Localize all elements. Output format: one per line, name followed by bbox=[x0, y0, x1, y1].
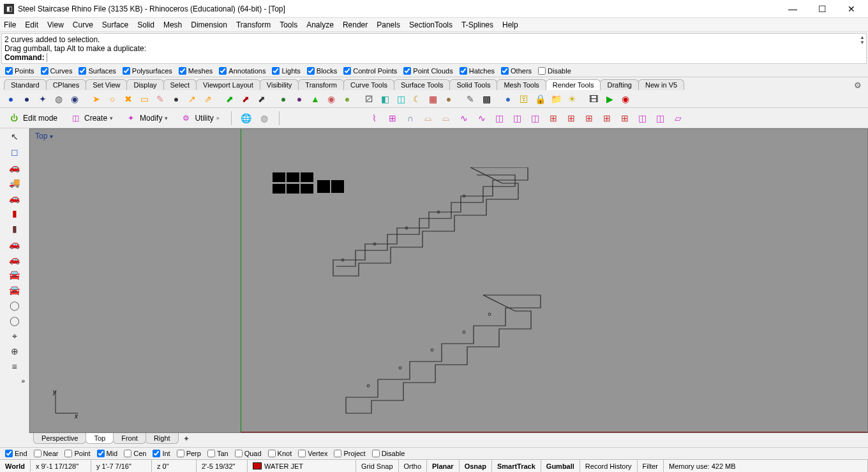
close-button[interactable]: ✕ bbox=[842, 4, 860, 14]
osnap-mid[interactable]: Mid bbox=[97, 450, 118, 457]
tab-standard[interactable]: Standard bbox=[4, 79, 47, 90]
menu-edit[interactable]: Edit bbox=[25, 20, 38, 29]
osnap-int[interactable]: Int bbox=[153, 450, 170, 457]
surface-icon-1[interactable]: ⌇ bbox=[368, 111, 382, 125]
tab-display[interactable]: Display bbox=[126, 79, 163, 90]
can-red-icon[interactable]: ▮ bbox=[8, 208, 21, 219]
widget2-icon[interactable]: ⊕ bbox=[8, 346, 21, 357]
folder-icon[interactable]: 📁 bbox=[549, 92, 563, 106]
grid-icon-4[interactable]: ⊞ bbox=[600, 111, 614, 125]
render-sphere-blue-icon[interactable]: ● bbox=[4, 92, 18, 106]
rock-icon[interactable]: ● bbox=[442, 92, 456, 106]
menu-mesh[interactable]: Mesh bbox=[163, 20, 182, 29]
menu-help[interactable]: Help bbox=[502, 20, 518, 29]
menu-file[interactable]: File bbox=[4, 20, 16, 29]
cursor-check-icon[interactable]: ⬈ bbox=[223, 92, 237, 106]
lasso-icon[interactable]: ◻ bbox=[8, 146, 21, 158]
cone-rainbow-icon[interactable]: ▲ bbox=[308, 92, 322, 106]
filter-blocks[interactable]: Blocks bbox=[307, 67, 337, 75]
tab-transform[interactable]: Transform bbox=[298, 79, 344, 90]
status-toggle-osnap[interactable]: Osnap bbox=[460, 460, 492, 472]
cursor-x-icon[interactable]: ⬈ bbox=[239, 92, 253, 106]
status-toggle-smarttrack[interactable]: SmartTrack bbox=[492, 460, 541, 472]
box-icon-4[interactable]: ◫ bbox=[636, 111, 650, 125]
car5-red-icon[interactable]: 🚘 bbox=[8, 284, 21, 296]
cursor-icon[interactable]: ↖ bbox=[8, 131, 21, 142]
osnap-knot[interactable]: Knot bbox=[268, 450, 292, 457]
lock-icon[interactable]: 🔒 bbox=[533, 92, 547, 106]
box-icon-5[interactable]: ◫ bbox=[654, 111, 668, 125]
tab-render-tools[interactable]: Render Tools bbox=[546, 79, 601, 90]
osnap-vertex[interactable]: Vertex bbox=[298, 450, 327, 457]
osnap-disable[interactable]: Disable bbox=[372, 450, 405, 457]
x-orange-icon[interactable]: ✖ bbox=[121, 92, 135, 106]
can-dark-icon[interactable]: ▮ bbox=[8, 223, 21, 234]
menu-tools[interactable]: Tools bbox=[280, 20, 297, 29]
ring-icon[interactable]: ◯ bbox=[8, 300, 21, 311]
grid-icon-5[interactable]: ⊞ bbox=[618, 111, 632, 125]
render-sphere-star-icon[interactable]: ✦ bbox=[36, 92, 50, 106]
osnap-end[interactable]: End bbox=[5, 450, 27, 457]
menu-curve[interactable]: Curve bbox=[73, 20, 93, 29]
car-red-icon[interactable]: 🚗 bbox=[8, 192, 21, 204]
filter-points[interactable]: Points bbox=[5, 67, 34, 75]
record-icon[interactable]: ◉ bbox=[618, 92, 632, 106]
bomb-icon[interactable]: ● bbox=[169, 92, 183, 106]
status-toggle-planar[interactable]: Planar bbox=[427, 460, 460, 472]
widget3-icon[interactable]: ≡ bbox=[8, 361, 21, 372]
arrow2-icon[interactable]: ↗ bbox=[185, 92, 199, 106]
tab-solid-tools[interactable]: Solid Tools bbox=[449, 79, 497, 90]
rect-orange-icon[interactable]: ▭ bbox=[137, 92, 151, 106]
surface-icon-7[interactable]: ∿ bbox=[475, 111, 489, 125]
status-world[interactable]: World bbox=[0, 460, 31, 472]
menu-surface[interactable]: Surface bbox=[102, 20, 128, 29]
menu-dimension[interactable]: Dimension bbox=[191, 20, 227, 29]
checker-icon[interactable]: ▩ bbox=[479, 92, 493, 106]
box-rainbow-icon[interactable]: ◧ bbox=[378, 92, 392, 106]
tab-mesh-tools[interactable]: Mesh Tools bbox=[497, 79, 546, 90]
add-view-button[interactable]: ✦ bbox=[178, 433, 195, 445]
menu-sectiontools[interactable]: SectionTools bbox=[409, 20, 453, 29]
tab-set-view[interactable]: Set View bbox=[86, 79, 127, 90]
plane-icon[interactable]: ▱ bbox=[671, 111, 685, 125]
truck-icon[interactable]: 🚚 bbox=[8, 177, 21, 188]
circle-orange-icon[interactable]: ○ bbox=[105, 92, 119, 106]
car3-red-icon[interactable]: 🚗 bbox=[8, 254, 21, 265]
tab-new-in-v5[interactable]: New in V5 bbox=[638, 79, 684, 90]
osnap-quad[interactable]: Quad bbox=[235, 450, 262, 457]
status-toggle-ortho[interactable]: Ortho bbox=[399, 460, 428, 472]
filter-surfaces[interactable]: Surfaces bbox=[79, 67, 116, 75]
status-layer[interactable]: WATER JET bbox=[248, 460, 356, 472]
edit-mode-button[interactable]: ⏻ Edit mode bbox=[4, 110, 61, 126]
filter-controlpoints[interactable]: Control Points bbox=[343, 67, 397, 75]
viewport-top[interactable]: Top ▾ y x bbox=[29, 128, 868, 433]
osnap-project[interactable]: Project bbox=[334, 450, 365, 457]
tab-viewport-layout[interactable]: Viewport Layout bbox=[196, 79, 260, 90]
sphere-rainbow-icon[interactable]: ● bbox=[340, 92, 354, 106]
view-tab-front[interactable]: Front bbox=[113, 433, 146, 444]
tab-select[interactable]: Select bbox=[163, 79, 197, 90]
status-toggle-gumball[interactable]: Gumball bbox=[541, 460, 580, 472]
tab-drafting[interactable]: Drafting bbox=[600, 79, 639, 90]
sun-icon[interactable]: ☀ bbox=[565, 92, 579, 106]
command-input[interactable] bbox=[47, 53, 864, 62]
widget1-icon[interactable]: ⌖ bbox=[8, 330, 21, 342]
arrow3-icon[interactable]: ⇗ bbox=[201, 92, 215, 106]
filter-lights[interactable]: Lights bbox=[272, 67, 300, 75]
filter-pointclouds[interactable]: Point Clouds bbox=[403, 67, 453, 75]
osnap-point[interactable]: Point bbox=[64, 450, 90, 457]
menu-solid[interactable]: Solid bbox=[137, 20, 154, 29]
create-button[interactable]: ◫ Create ▾ bbox=[65, 110, 117, 126]
utility-button[interactable]: ⚙ Utility » bbox=[176, 110, 223, 126]
menu-tsplines[interactable]: T-Splines bbox=[461, 20, 493, 29]
cylinder-rainbow-icon[interactable]: ◉ bbox=[324, 92, 338, 106]
cursor-plus-icon[interactable]: ⬈ bbox=[255, 92, 269, 106]
sphere-purple-icon[interactable]: ● bbox=[292, 92, 306, 106]
viewport-label[interactable]: Top ▾ bbox=[35, 132, 53, 141]
surface-icon-3[interactable]: ∩ bbox=[403, 111, 417, 125]
dice-icon[interactable]: ⚂ bbox=[362, 92, 376, 106]
filter-curves[interactable]: Curves bbox=[41, 67, 73, 75]
osnap-cen[interactable]: Cen bbox=[124, 450, 146, 457]
menu-transform[interactable]: Transform bbox=[236, 20, 271, 29]
arrow-orange-icon[interactable]: ➤ bbox=[89, 92, 103, 106]
